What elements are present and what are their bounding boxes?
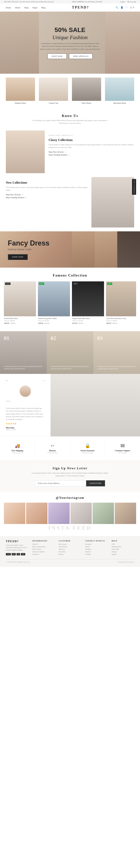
cat-label-0: Modern Dress [6,102,35,104]
category-grid: Modern Dress Casual Coat Party Shorts Sl… [0,74,140,108]
footer-link-support[interactable]: Support [112,554,134,555]
lookbook-text-2: Lorem ipsum dolor sit amet consectetur a… [97,365,136,370]
feature-returns-desc: 30 Days Returns [37,452,68,454]
footer-link-delivery[interactable]: Delivery Information [32,546,55,548]
footer-info-col: INFORMATION About Us Delivery Informatio… [32,540,55,556]
footer-link-orders[interactable]: Order History [59,546,81,548]
register-link[interactable]: My Account [127,1,136,3]
newsletter-email-input[interactable] [35,480,86,486]
feature-secure-title: Secure Payments [72,450,103,452]
footer-link-account[interactable]: My Account [59,544,81,545]
testimonial-role: Happy Customer [6,429,45,431]
footer-link-twitter[interactable]: Twitter [85,546,108,548]
nav-pages[interactable]: Pages [32,6,38,9]
nav-shop[interactable]: Shop [24,6,29,9]
hero-arrivals-btn[interactable]: NEW ARRIVALS [69,54,93,59]
footer-logo[interactable]: TPEND? [6,540,28,543]
footer-link-sitemap[interactable]: Sitemap [112,551,134,553]
footer-link-youtube[interactable]: YouTube [85,554,108,555]
insta-item-0[interactable] [4,503,25,524]
feature-support-title: Customer Support [107,450,138,452]
features-section: 🚚 Free Shipping Order Over $150 ↩ Return… [0,436,140,461]
category-item-modern-dress[interactable]: Modern Dress [6,78,35,104]
footer-link-faq[interactable]: FAQ [112,544,134,545]
testimonial-quote-icon: ““ [6,399,45,405]
category-item-party-shorts[interactable]: Party Shorts [72,78,101,104]
payment-str: STR [21,553,25,555]
famous-info-3: Cowl Neck Full Sleeve Top Starts At: $40… [106,316,136,326]
famous-item-2[interactable]: HOT Draped Satin Mini Dress Starts At: $… [72,281,104,326]
footer-link-about[interactable]: About Us [32,544,55,545]
footer-top: TPEND? Lorem ipsum dolor sit amet, conse… [6,540,134,556]
insta-item-2[interactable] [48,503,70,524]
new-collections-desc: Lorem ipsum dolor sit amet, consectetur … [6,186,88,192]
footer-link-terms[interactable]: Terms & Conditions [32,551,55,553]
payment-visa: VISA [6,553,11,555]
testimonial-text: Lorem ipsum dolor sit amet, consectetur … [6,407,45,421]
site-logo[interactable]: TPEND? [72,5,89,9]
famous-item-0[interactable]: SALE Knitted Plain Dress Starts At: $40.… [4,281,36,326]
user-icon[interactable]: 👤 [120,6,123,9]
promo-1: 50% OFF ON SALE, Get 50% off on SALE day… [4,1,54,3]
nc-link-2[interactable]: Shop Trending Products [6,196,88,198]
footer-link-newsletter[interactable]: Newsletter [59,551,81,553]
footer-link-track[interactable]: Track Order [112,549,134,550]
insta-item-3[interactable] [70,503,92,524]
feature-support: ☎ Customer Support 24/7 Support [105,440,140,457]
fancy-shop-btn[interactable]: SHOP NOW [8,254,28,260]
famous-item-1[interactable]: NEW Knitted Long Sleeve Midi Starts At: … [38,281,70,326]
famous-heading: Famous Collection [4,273,136,278]
search-icon[interactable]: 🔍 [116,6,118,9]
insta-item-4[interactable] [93,503,114,524]
hero-shop-btn[interactable]: SHOP NOW [47,54,67,59]
new-collections-heading: New Collections [6,181,88,184]
famous-badge-1: NEW [39,283,44,285]
cat-label-3: Sleeveless Dress [105,102,134,104]
newsletter-subscribe-btn[interactable]: SUBSCRIBE [86,480,105,486]
footer-help-links: FAQ Shipping Policy Track Order Sitemap … [112,544,134,555]
nav-about[interactable]: About [15,6,20,9]
footer-link-contact[interactable]: Contact Us [32,554,55,555]
category-item-casual-coat[interactable]: Casual Coat [39,78,68,104]
na-link-1[interactable]: Shop New Arrivals [49,151,134,153]
category-item-sleeveless-dress[interactable]: Sleeveless Dress [105,78,134,104]
footer-link-wishlist[interactable]: Wish List [59,549,81,550]
shop-label: SHOP NEW ARRIVALS [49,134,134,136]
nc-link-1[interactable]: Shop New Arrivals [6,193,88,196]
hero-description: Lorem Ipsum is simply dummy text of the … [39,42,101,51]
newsletter-section: Sign Up News Letter Lorem ipsum dolor si… [0,461,140,492]
site-header: Home About Shop Pages Blog TPEND? 🔍 👤 ♡ … [0,3,140,12]
footer-link-privacy[interactable]: Privacy Policy [32,549,55,550]
footer-customer-links: My Account Order History Wish List Newsl… [59,544,81,555]
testimonial-nav-left[interactable]: 4/5 [6,380,8,382]
nav-home[interactable]: Home [6,6,11,9]
cat-img-party-shorts [72,78,101,101]
instagram-section: @Yourinstagram INSTA FEED [0,492,140,536]
login-link[interactable]: Login / [120,1,125,3]
testimonial-nav-right[interactable]: 1/3 [42,380,45,382]
famous-name-1: Knitted Long Sleeve Midi [38,317,70,319]
famous-name-2: Draped Satin Mini Dress [72,317,103,319]
footer-link-pinterest[interactable]: Pinterest [85,551,108,553]
footer-connect-col: CONNECT WITH US Facebook Twitter Instagr… [85,540,108,556]
know-us-heading: Know Us [6,114,134,118]
feature-returns: ↩ Returns 30 Days Returns [35,440,70,457]
insta-item-5[interactable] [115,503,136,524]
footer-link-shipping-policy[interactable]: Shipping Policy [112,546,134,548]
footer-link-returns[interactable]: Returns [59,554,81,555]
support-icon: ☎ [107,443,138,448]
famous-img-0: SALE [4,281,36,316]
footer-link-instagram[interactable]: Instagram [85,549,108,550]
na-link-2[interactable]: Shop Trending Products [49,154,134,156]
footer-info-links: About Us Delivery Information Privacy Po… [32,544,55,555]
footer-link-facebook[interactable]: Facebook [85,544,108,545]
testimonial-header: 4/5 1/3 [6,380,45,382]
testimonial-left: 4/5 1/3 ““ Lorem ipsum dolor sit amet, c… [0,374,51,436]
famous-item-3[interactable]: NEW Cowl Neck Full Sleeve Top Starts At:… [106,281,136,326]
cart-icon[interactable]: 🛒 0 [130,6,134,9]
insta-item-1[interactable] [26,503,47,524]
nav-blog[interactable]: Blog [41,6,46,9]
famous-badge-3: NEW [107,283,112,285]
lookbook-text-1: Lorem ipsum dolor sit amet consectetur a… [51,365,89,370]
wishlist-icon[interactable]: ♡ [125,6,127,9]
